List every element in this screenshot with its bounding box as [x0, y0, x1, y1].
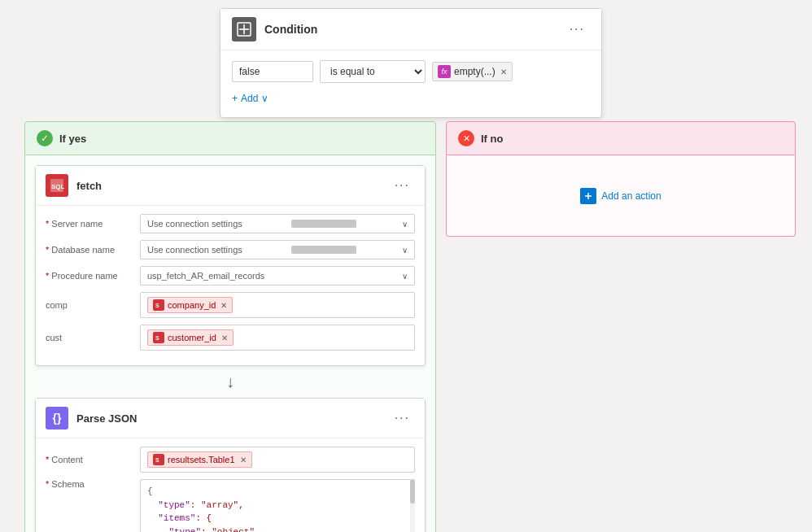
database-name-chevron: ∨	[402, 246, 408, 255]
svg-text:S: S	[155, 335, 159, 341]
parse-json-more-button[interactable]: ···	[390, 409, 415, 427]
cust-label: cust	[46, 333, 135, 342]
comp-label: comp	[46, 300, 135, 310]
server-name-row: Server name Use connection settings ∨	[46, 214, 415, 233]
if-yes-label: If yes	[59, 133, 86, 145]
schema-label: Schema	[46, 479, 135, 489]
condition-row: is equal to fx empty(...) ✕	[232, 60, 590, 83]
cust-tag-close[interactable]: ✕	[221, 334, 228, 342]
cust-value[interactable]: S customer_id ✕	[140, 325, 415, 351]
condition-tag: fx empty(...) ✕	[432, 62, 513, 81]
branch-yes-header: ✓ If yes	[24, 121, 436, 155]
branches-container: ✓ If yes SQL fetch ···	[16, 121, 804, 532]
procedure-name-chevron: ∨	[402, 272, 408, 281]
database-name-row: Database name Use connection settings ∨	[46, 240, 415, 259]
server-name-chevron: ∨	[402, 220, 408, 229]
if-no-label: If no	[481, 133, 503, 145]
arrow-down-connector: ↓	[35, 366, 426, 398]
schema-row: Schema { "type": "array", "items": { "ty…	[46, 479, 415, 532]
schema-scrollbar-thumb	[410, 479, 415, 504]
schema-wrapper: { "type": "array", "items": { "type": "o…	[140, 479, 415, 532]
fx-icon: fx	[438, 65, 451, 78]
fetch-icon: SQL	[46, 174, 68, 197]
add-label: Add	[241, 93, 258, 104]
parse-json-title: Parse JSON	[76, 412, 390, 425]
yes-check-icon: ✓	[37, 130, 53, 146]
branch-no-body: Add an action	[446, 155, 796, 237]
parse-json-icon: {}	[46, 407, 68, 430]
content-tag: S resultsets.Table1 ✕	[147, 451, 252, 468]
server-name-value[interactable]: Use connection settings ∨	[140, 214, 415, 233]
condition-card: Condition ··· is equal to fx empty(...) …	[220, 8, 602, 118]
branch-no-header: ✕ If no	[446, 121, 796, 155]
database-name-label: Database name	[46, 245, 135, 255]
procedure-name-row: Procedure name usp_fetch_AR_email_record…	[46, 266, 415, 286]
content-row: Content S resultsets.Tabl	[46, 447, 415, 473]
cust-row: cust S customer_id	[46, 325, 415, 351]
fetch-title: fetch	[76, 180, 390, 192]
comp-row: comp S company_id	[46, 292, 415, 318]
svg-text:S: S	[155, 303, 159, 308]
fetch-body: Server name Use connection settings ∨ Da…	[36, 206, 425, 365]
schema-box[interactable]: { "type": "array", "items": { "type": "o…	[140, 479, 415, 532]
comp-tag-label: company_id	[168, 300, 216, 310]
branch-if-no: ✕ If no Add an action	[446, 121, 796, 532]
comp-tag-icon: S	[153, 299, 164, 311]
add-action-label: Add an action	[601, 190, 661, 202]
canvas: Condition ··· is equal to fx empty(...) …	[0, 0, 812, 532]
parse-json-header: {} Parse JSON ···	[36, 399, 425, 438]
condition-value-input[interactable]	[232, 61, 313, 82]
comp-tag-close[interactable]: ✕	[220, 301, 227, 310]
fetch-header: SQL fetch ···	[36, 166, 425, 206]
content-label: Content	[46, 455, 135, 464]
branch-if-yes: ✓ If yes SQL fetch ···	[24, 121, 436, 532]
add-action-button[interactable]: Add an action	[580, 185, 661, 207]
cust-tag: S customer_id ✕	[147, 329, 234, 346]
condition-body: is equal to fx empty(...) ✕ + Add ∨	[220, 50, 601, 117]
condition-icon	[232, 17, 256, 41]
branch-yes-body: SQL fetch ··· Server name Use connection…	[24, 155, 436, 532]
condition-header: Condition ···	[220, 9, 601, 50]
plus-icon: +	[232, 93, 238, 104]
add-action-icon	[580, 188, 596, 204]
condition-section: Condition ··· is equal to fx empty(...) …	[8, 8, 804, 118]
parse-json-body: Content S resultsets.Tabl	[36, 438, 425, 532]
svg-text:SQL: SQL	[51, 183, 64, 190]
database-name-text: Use connection settings	[147, 245, 242, 255]
chevron-down-icon: ∨	[261, 93, 268, 104]
server-name-text: Use connection settings	[147, 219, 242, 229]
svg-text:S: S	[155, 457, 159, 463]
condition-more-button[interactable]: ···	[565, 20, 590, 38]
comp-value[interactable]: S company_id ✕	[140, 292, 415, 318]
condition-tag-close[interactable]: ✕	[500, 68, 507, 76]
fetch-more-button[interactable]: ···	[390, 177, 415, 194]
procedure-name-value[interactable]: usp_fetch_AR_email_records ∨	[140, 266, 415, 286]
cust-tag-icon: S	[153, 332, 164, 343]
database-name-value[interactable]: Use connection settings ∨	[140, 240, 415, 259]
no-x-icon: ✕	[458, 130, 474, 146]
cust-tag-label: customer_id	[168, 333, 216, 342]
condition-operator-select[interactable]: is equal to	[320, 60, 426, 83]
content-tag-icon: S	[153, 454, 164, 465]
schema-content: { "type": "array", "items": { "type": "o…	[140, 479, 415, 532]
fetch-card: SQL fetch ··· Server name Use connection…	[35, 165, 426, 366]
parse-json-card: {} Parse JSON ··· Content	[35, 398, 426, 532]
content-tag-label: resultsets.Table1	[168, 455, 235, 464]
content-tag-close[interactable]: ✕	[240, 456, 247, 464]
procedure-name-label: Procedure name	[46, 271, 135, 281]
condition-title: Condition	[264, 23, 565, 36]
condition-add-button[interactable]: + Add ∨	[232, 89, 268, 107]
server-name-label: Server name	[46, 219, 135, 229]
comp-tag: S company_id ✕	[147, 297, 233, 313]
condition-tag-label: empty(...)	[454, 66, 495, 77]
content-value[interactable]: S resultsets.Table1 ✕	[140, 447, 415, 473]
procedure-name-text: usp_fetch_AR_email_records	[147, 271, 264, 281]
condition-add-row: + Add ∨	[232, 89, 590, 107]
schema-scrollbar[interactable]	[410, 479, 415, 532]
